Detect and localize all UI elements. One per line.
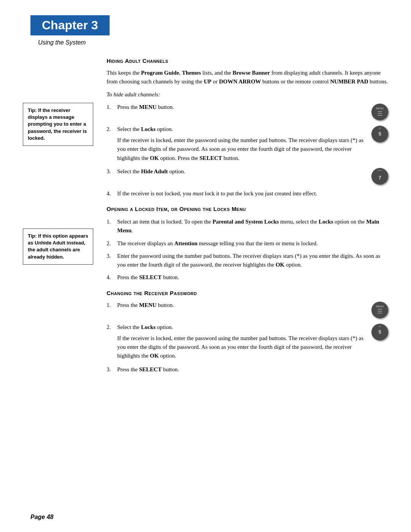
- hiding-adult-heading-text: Hiding Adult Channels: [107, 58, 168, 64]
- num-small-label: M: [379, 127, 381, 129]
- page-container: Chapter 3 Using the System Hiding Adult …: [0, 0, 411, 532]
- step-num: 4.: [107, 189, 117, 198]
- tip1-text: Tip: If the receiver displays a message …: [28, 107, 87, 141]
- opening-locked-heading: Opening a Locked Item, or Opening the Lo…: [107, 206, 388, 212]
- opening-locked-heading-text: Opening a Locked Item, or Opening the Lo…: [107, 206, 246, 212]
- list-item: 3. Select the Hide Adult option.: [107, 167, 364, 176]
- list-item: 1. Press the MENU button.: [107, 103, 364, 112]
- changing-password-heading-text: Changing the Receiver Password: [107, 290, 197, 296]
- to-hide-label-text: To hide adult channels:: [107, 91, 160, 97]
- cp-step2-row: 2. Select the Locks option. If the recei…: [107, 323, 388, 361]
- step-num: 1.: [107, 217, 117, 235]
- step-num: 1.: [107, 103, 117, 112]
- to-hide-label: To hide adult channels:: [107, 90, 388, 99]
- page-number: Page 48: [30, 514, 53, 520]
- content-area: Hiding Adult Channels This keeps the Pro…: [0, 54, 411, 378]
- step-num: 2.: [107, 125, 117, 134]
- step2-row: 2. Select the Locks option. If the recei…: [107, 125, 388, 163]
- changing-password-heading: Changing the Receiver Password: [107, 290, 388, 296]
- menu-button-icon-2: MENU ☰: [371, 302, 388, 318]
- list-item: 1. Press the MENU button.: [107, 301, 364, 310]
- step-text: Press the MENU button.: [117, 103, 364, 112]
- menu-symbol-2: ☰: [377, 308, 382, 315]
- step1-content: 1. Press the MENU button.: [107, 103, 364, 112]
- menu-icon-1: MENU ☰: [371, 104, 388, 120]
- chapter-header: Chapter 3: [30, 15, 110, 35]
- num5-button-icon: M 5: [371, 126, 388, 142]
- main-content: Hiding Adult Channels This keeps the Pro…: [99, 54, 388, 378]
- step3-row: 3. Select the Hide Adult option. pars 7: [107, 167, 388, 185]
- list-item: 2. Select the Locks option.: [107, 125, 364, 134]
- step-text: Select the Locks option.: [117, 125, 364, 134]
- step4-row: 4. If the receiver is not locked, you mu…: [107, 189, 388, 198]
- pars7-icon: pars 7: [371, 168, 388, 185]
- menu-symbol: ☰: [377, 111, 382, 117]
- cp-password-instructions: If the receiver is locked, enter the pas…: [117, 334, 364, 361]
- cp-step1-row: 1. Press the MENU button. MENU ☰: [107, 301, 388, 318]
- pars7-label: 7: [378, 175, 381, 181]
- page-footer: Page 48: [30, 514, 53, 521]
- num5-icon-2: M 5: [371, 324, 388, 340]
- num5-icon-1: M 5: [371, 126, 388, 142]
- step-num: 3.: [107, 252, 117, 270]
- menu-label-2: MENU: [376, 305, 384, 308]
- step-text: Press the SELECT button.: [117, 273, 388, 282]
- left-sidebar: [23, 54, 99, 378]
- pars7-button-icon: pars 7: [371, 168, 388, 185]
- step1-row: 1. Press the MENU button. MENU ☰: [107, 103, 388, 120]
- step-text: Press the MENU button.: [117, 301, 364, 310]
- cp-step2-content: 2. Select the Locks option. If the recei…: [107, 323, 364, 361]
- password-instructions: If the receiver is locked, enter the pas…: [117, 136, 364, 163]
- step3-content: 3. Select the Hide Adult option.: [107, 167, 364, 176]
- step-text: If the receiver is not locked, you must …: [117, 189, 388, 198]
- ol-step2: 2. The receiver displays an Attention me…: [107, 239, 388, 248]
- num5b-button-icon: M 5: [371, 324, 388, 340]
- tip-box-1: Tip: If the receiver displays a message …: [23, 103, 93, 146]
- section-subtitle: Using the System: [38, 39, 411, 46]
- step-text: Press the SELECT button.: [117, 365, 388, 374]
- ol-step3: 3. Enter the password using the number p…: [107, 252, 388, 270]
- ol-step4: 4. Press the SELECT button.: [107, 273, 388, 282]
- step-text: Enter the password using the number pad …: [117, 252, 388, 270]
- step-text: Select the Hide Adult option.: [117, 167, 364, 176]
- step-num: 2.: [107, 239, 117, 248]
- hiding-adult-intro: This keeps the Program Guide, Themes lis…: [107, 69, 388, 86]
- step-num: 1.: [107, 301, 117, 310]
- cp-step1-content: 1. Press the MENU button.: [107, 301, 364, 310]
- step-num: 3.: [107, 167, 117, 176]
- step-num: 2.: [107, 323, 117, 332]
- step2-content: 2. Select the Locks option. If the recei…: [107, 125, 364, 163]
- chapter-title: Chapter 3: [42, 18, 98, 32]
- ol-step1: 1. Select an item that is locked. To ope…: [107, 217, 388, 235]
- list-item: 2. Select the Locks option.: [107, 323, 364, 332]
- tip-box-2: Tip: If this option appears as Unhide Ad…: [23, 228, 93, 265]
- menu-button-icon: MENU ☰: [371, 104, 388, 120]
- step-num: 3.: [107, 365, 117, 374]
- step-text: Select the Locks option.: [117, 323, 364, 332]
- num5-label: 5: [378, 131, 381, 137]
- num5b-label: 5: [378, 329, 381, 335]
- cp-step3-row: 3. Press the SELECT button.: [107, 365, 388, 374]
- tip2-text: Tip: If this option appears as Unhide Ad…: [28, 233, 88, 260]
- menu-label: MENU: [376, 107, 384, 110]
- step-text: The receiver displays an Attention messa…: [117, 239, 388, 248]
- step-num: 4.: [107, 273, 117, 282]
- step-text: Select an item that is locked. To open t…: [117, 217, 388, 235]
- menu-icon-2: MENU ☰: [371, 302, 388, 318]
- hiding-adult-heading: Hiding Adult Channels: [107, 58, 388, 64]
